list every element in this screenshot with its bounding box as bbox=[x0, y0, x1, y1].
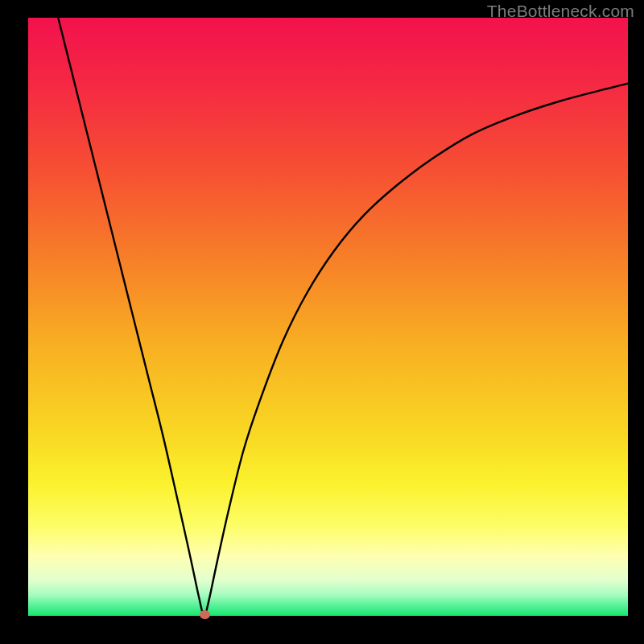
plot-svg bbox=[28, 18, 628, 616]
optimal-point-marker bbox=[200, 610, 210, 619]
chart-frame: TheBottleneck.com bbox=[0, 0, 644, 644]
plot-area bbox=[28, 18, 628, 616]
watermark-text: TheBottleneck.com bbox=[487, 2, 634, 21]
